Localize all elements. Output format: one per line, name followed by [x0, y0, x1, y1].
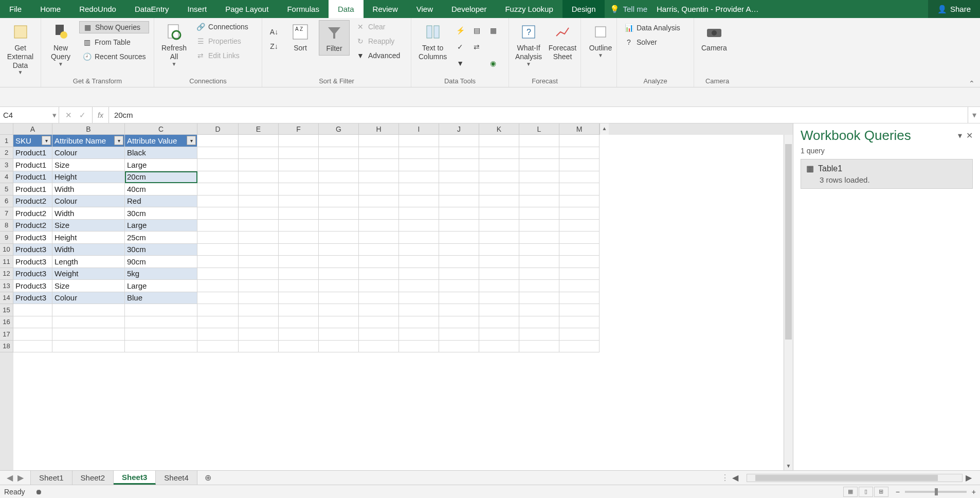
reapply-button[interactable]: ↻ Reapply: [353, 35, 403, 47]
cell-K15[interactable]: [479, 304, 519, 316]
solver-button[interactable]: ? Solver: [621, 37, 683, 48]
close-pane-icon[interactable]: ✕: [966, 131, 973, 140]
cell-L15[interactable]: [519, 304, 559, 316]
cell-B1[interactable]: Attribute Name▾: [52, 135, 125, 147]
cell-K6[interactable]: [479, 195, 519, 208]
cell-B5[interactable]: Width: [52, 183, 125, 195]
cell-F2[interactable]: [279, 147, 319, 159]
cell-H10[interactable]: [359, 244, 399, 256]
cell-H4[interactable]: [359, 171, 399, 184]
cell-C4[interactable]: 20cm: [125, 171, 197, 184]
cell-M10[interactable]: [559, 244, 600, 256]
sheet-tab-sheet3[interactable]: Sheet3: [114, 471, 156, 485]
cell-J11[interactable]: [439, 256, 479, 268]
cancel-icon[interactable]: ✕: [65, 111, 72, 120]
cell-F17[interactable]: [279, 328, 319, 341]
filter-dropdown-icon[interactable]: ▾: [114, 136, 123, 145]
row-header-3[interactable]: 3: [0, 159, 13, 171]
what-if-button[interactable]: ? What-If Analysis ▼: [513, 20, 544, 69]
tab-redoundo[interactable]: RedoUndo: [70, 0, 125, 18]
cell-B10[interactable]: Width: [52, 244, 125, 256]
expand-formula-bar-button[interactable]: ▾: [968, 107, 980, 123]
sheet-tab-sheet1[interactable]: Sheet1: [31, 471, 72, 485]
col-header-I[interactable]: I: [399, 123, 439, 135]
cell-C1[interactable]: Attribute Value▾: [125, 135, 197, 147]
cell-L10[interactable]: [519, 244, 559, 256]
cell-E12[interactable]: [239, 268, 279, 280]
cell-G2[interactable]: [319, 147, 359, 159]
col-header-B[interactable]: B: [52, 123, 125, 135]
cell-C5[interactable]: 40cm: [125, 183, 197, 195]
cell-C18[interactable]: [125, 341, 197, 353]
flash-fill-button[interactable]: ⚡: [453, 23, 467, 38]
cell-M6[interactable]: [559, 195, 600, 208]
cell-K14[interactable]: [479, 292, 519, 305]
new-query-button[interactable]: New Query ▼: [45, 20, 76, 69]
row-header-5[interactable]: 5: [0, 183, 13, 195]
show-queries-button[interactable]: ▦ Show Queries: [79, 21, 149, 33]
filter-button[interactable]: Filter: [319, 20, 350, 56]
cell-F6[interactable]: [279, 195, 319, 208]
row-header-13[interactable]: 13: [0, 280, 13, 292]
cell-B12[interactable]: Weight: [52, 268, 125, 280]
cell-D17[interactable]: [197, 328, 239, 341]
cell-A9[interactable]: Product3: [13, 232, 52, 244]
fx-button[interactable]: fx: [93, 107, 109, 123]
cell-D10[interactable]: [197, 244, 239, 256]
cell-I3[interactable]: [399, 159, 439, 171]
cell-G16[interactable]: [319, 316, 359, 329]
cell-F14[interactable]: [279, 292, 319, 305]
normal-view-button[interactable]: ▦: [843, 487, 858, 497]
page-break-view-button[interactable]: ⊞: [874, 487, 888, 497]
cell-B17[interactable]: [52, 328, 125, 341]
cell-A1[interactable]: SKU▾: [13, 135, 52, 147]
consolidate-button[interactable]: ▦: [486, 23, 500, 38]
cell-F3[interactable]: [279, 159, 319, 171]
cell-K4[interactable]: [479, 171, 519, 184]
cell-L3[interactable]: [519, 159, 559, 171]
cell-I1[interactable]: [399, 135, 439, 147]
cell-B18[interactable]: [52, 341, 125, 353]
cell-A13[interactable]: Product3: [13, 280, 52, 292]
enter-icon[interactable]: ✓: [79, 111, 86, 120]
vertical-scrollbar[interactable]: ▼: [784, 135, 793, 470]
cell-K3[interactable]: [479, 159, 519, 171]
cell-M3[interactable]: [559, 159, 600, 171]
cell-I4[interactable]: [399, 171, 439, 184]
cell-J3[interactable]: [439, 159, 479, 171]
cell-I7[interactable]: [399, 207, 439, 220]
cell-D5[interactable]: [197, 183, 239, 195]
row-header-16[interactable]: 16: [0, 316, 13, 329]
cell-H13[interactable]: [359, 280, 399, 292]
cell-L7[interactable]: [519, 207, 559, 220]
cell-G1[interactable]: [319, 135, 359, 147]
cell-E15[interactable]: [239, 304, 279, 316]
tab-page-layout[interactable]: Page Layout: [216, 0, 278, 18]
cell-B6[interactable]: Colour: [52, 195, 125, 208]
cell-K8[interactable]: [479, 220, 519, 232]
text-to-columns-button[interactable]: Text to Columns: [415, 20, 450, 63]
cell-L9[interactable]: [519, 232, 559, 244]
col-header-H[interactable]: H: [359, 123, 399, 135]
cell-M14[interactable]: [559, 292, 600, 305]
cell-K9[interactable]: [479, 232, 519, 244]
tab-developer[interactable]: Developer: [442, 0, 496, 18]
cell-F11[interactable]: [279, 256, 319, 268]
cell-J7[interactable]: [439, 207, 479, 220]
cell-A8[interactable]: Product2: [13, 220, 52, 232]
cell-I15[interactable]: [399, 304, 439, 316]
cell-M15[interactable]: [559, 304, 600, 316]
query-item[interactable]: ▦ Table1 3 rows loaded.: [801, 159, 973, 189]
cell-E16[interactable]: [239, 316, 279, 329]
cell-M13[interactable]: [559, 280, 600, 292]
row-header-9[interactable]: 9: [0, 232, 13, 244]
camera-button[interactable]: Camera: [698, 20, 730, 55]
cell-I18[interactable]: [399, 341, 439, 353]
cell-M11[interactable]: [559, 256, 600, 268]
cell-H15[interactable]: [359, 304, 399, 316]
cell-M12[interactable]: [559, 268, 600, 280]
edit-links-button[interactable]: ⇄ Edit Links: [193, 50, 251, 61]
cell-H7[interactable]: [359, 207, 399, 220]
cell-F8[interactable]: [279, 220, 319, 232]
cell-M5[interactable]: [559, 183, 600, 195]
